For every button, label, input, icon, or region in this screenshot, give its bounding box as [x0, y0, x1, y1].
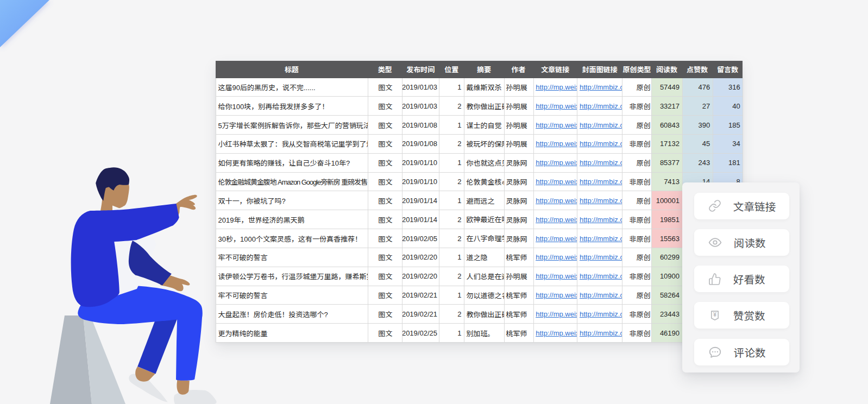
svg-text:¥: ¥ — [713, 311, 717, 317]
